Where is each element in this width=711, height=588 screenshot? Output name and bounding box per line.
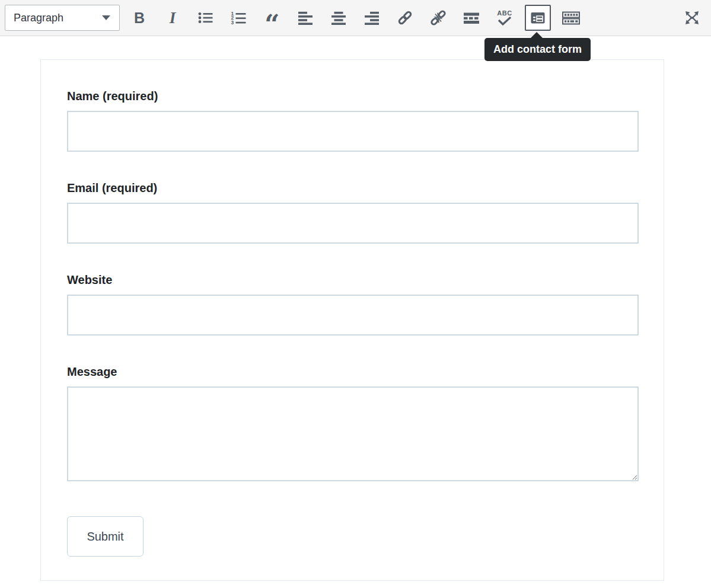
name-label: Name (required) <box>67 89 639 103</box>
submit-button[interactable]: Submit <box>67 516 144 557</box>
numbered-list-button[interactable]: 1 2 3 <box>222 5 256 31</box>
bulleted-list-icon <box>197 9 215 27</box>
align-right-button[interactable] <box>355 5 388 31</box>
add-contact-form-tooltip: Add contact form <box>484 38 591 61</box>
svg-text:3: 3 <box>231 20 234 25</box>
toolbar-toggle-icon <box>562 9 581 27</box>
insert-read-more-button[interactable] <box>455 5 488 31</box>
chevron-down-icon <box>102 15 110 20</box>
blockquote-button[interactable]: “ <box>256 5 289 31</box>
toolbar-toggle-button[interactable] <box>554 5 588 31</box>
remove-link-button[interactable] <box>422 5 455 31</box>
editor-toolbar: Paragraph B I 1 2 3 “ <box>0 0 711 36</box>
bulleted-list-button[interactable] <box>189 5 222 31</box>
spellcheck-icon: ABC <box>497 10 512 25</box>
italic-button[interactable]: I <box>156 5 189 31</box>
form-field-email: Email (required) <box>67 181 639 244</box>
email-input[interactable] <box>67 203 639 244</box>
add-contact-form-button[interactable] <box>521 5 554 31</box>
tooltip-text: Add contact form <box>493 43 582 56</box>
unlink-icon <box>429 9 447 27</box>
add-contact-form-icon <box>529 9 547 27</box>
paragraph-format-select[interactable]: Paragraph <box>5 5 120 31</box>
align-right-icon <box>363 9 381 27</box>
message-label: Message <box>67 365 639 379</box>
align-left-icon <box>296 9 314 27</box>
blockquote-icon: “ <box>264 24 279 26</box>
bold-button[interactable]: B <box>123 5 156 31</box>
message-textarea[interactable] <box>67 386 639 481</box>
numbered-list-icon: 1 2 3 <box>230 9 248 27</box>
website-label: Website <box>67 273 639 287</box>
align-center-button[interactable] <box>322 5 355 31</box>
align-center-icon <box>330 9 347 27</box>
read-more-icon <box>463 9 480 27</box>
website-input[interactable] <box>67 295 639 335</box>
link-icon <box>396 9 414 27</box>
form-field-website: Website <box>67 273 639 335</box>
spellcheck-button[interactable]: ABC <box>488 5 521 31</box>
fullscreen-button[interactable] <box>675 5 709 31</box>
italic-icon: I <box>170 10 176 26</box>
selected-button-frame <box>525 5 551 31</box>
contact-form-preview: Name (required) Email (required) Website… <box>40 59 664 581</box>
fullscreen-icon <box>683 9 701 27</box>
email-label: Email (required) <box>67 181 639 195</box>
form-field-name: Name (required) <box>67 89 639 152</box>
form-field-message: Message <box>67 365 639 481</box>
align-left-button[interactable] <box>289 5 322 31</box>
format-select-value: Paragraph <box>14 12 63 24</box>
name-input[interactable] <box>67 111 639 152</box>
insert-link-button[interactable] <box>388 5 422 31</box>
bold-icon: B <box>134 11 145 25</box>
